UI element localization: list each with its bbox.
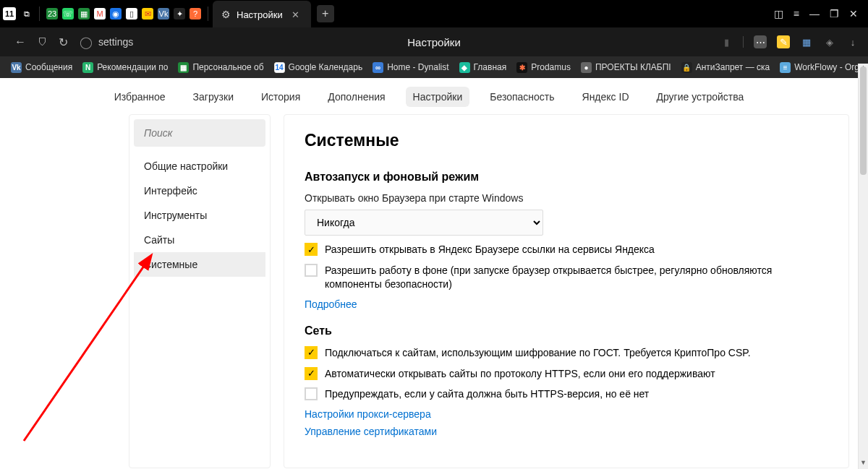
bookmark-item[interactable]: ◆Главная	[454, 62, 512, 73]
checkbox-label: Автоматически открывать сайты по протоко…	[325, 367, 715, 381]
checkbox-label: Предупреждать, если у сайта должна быть …	[325, 387, 649, 401]
translate-icon[interactable]: ⋯	[754, 35, 767, 48]
checkbox-row-https-warn[interactable]: Предупреждать, если у сайта должна быть …	[305, 387, 828, 401]
sidebar-item-interface[interactable]: Интерфейс	[134, 178, 265, 203]
bookmark-item[interactable]: 14Google Календарь	[269, 62, 368, 73]
separator	[208, 7, 208, 21]
startup-dropdown[interactable]: Никогда	[305, 210, 543, 236]
checkbox[interactable]: ✓	[305, 346, 318, 359]
settings-sidebar: Общие настройки Интерфейс Инструменты Са…	[129, 114, 271, 468]
bookmark-item[interactable]: 🔒АнтиЗапрет — ска	[676, 62, 775, 73]
checkbox[interactable]: ✓	[305, 367, 318, 380]
minimize-button[interactable]: —	[809, 8, 820, 20]
scroll-down-icon[interactable]: ▼	[859, 459, 868, 469]
tab-count-badge[interactable]: 11	[3, 7, 16, 20]
checkbox-row-background[interactable]: Разрешить работу в фоне (при запуске бра…	[305, 264, 828, 291]
close-icon[interactable]: ✕	[289, 9, 302, 20]
pinned-tab-whatsapp[interactable]: ☏	[62, 8, 74, 20]
settings-main: Общие настройки Интерфейс Инструменты Са…	[129, 114, 858, 468]
startup-sublabel: Открывать окно Браузера при старте Windo…	[305, 192, 828, 204]
certificates-link[interactable]: Управление сертификатами	[305, 426, 828, 437]
sidebar-item-tools[interactable]: Инструменты	[134, 203, 265, 228]
downloads-icon[interactable]: ↓	[846, 35, 859, 48]
checkbox-row-gost[interactable]: ✓ Подключаться к сайтам, использующим ши…	[305, 346, 828, 360]
checkbox-label: Подключаться к сайтам, использующим шифр…	[325, 346, 751, 360]
tab-yandex-id[interactable]: Яндекс ID	[575, 87, 637, 107]
learn-more-link[interactable]: Подробнее	[305, 298, 828, 310]
back-button[interactable]: ←	[9, 35, 32, 48]
panel-icon[interactable]: ◫	[774, 8, 783, 20]
pinned-tab-gmail[interactable]: M	[94, 8, 106, 20]
toolbar-right: ▮ ⋯ ✎ ▦ ◈ ↓	[720, 35, 859, 48]
tab-downloads[interactable]: Загрузки	[186, 87, 241, 107]
proxy-settings-link[interactable]: Настройки прокси-сервера	[305, 408, 828, 420]
pinned-tab-doc[interactable]: ▯	[126, 8, 137, 20]
pinned-tab-sheets[interactable]: ▦	[78, 8, 90, 20]
new-tab-button[interactable]: +	[317, 5, 334, 22]
close-button[interactable]: ✕	[849, 8, 858, 20]
bookmarks-bar: VkСообщения NРекомендации по ▦Персональн…	[0, 56, 868, 78]
tab-title: Настройки	[237, 9, 283, 20]
bookmark-icon[interactable]: ▮	[720, 35, 733, 48]
bookmark-item[interactable]: ≡WorkFlowy - Orga	[775, 62, 868, 73]
checkbox-row-https-auto[interactable]: ✓ Автоматически открывать сайты по прото…	[305, 367, 828, 381]
browser-tab-settings[interactable]: ⚙ Настройки ✕	[213, 1, 311, 28]
pinned-tab-blue[interactable]: ◉	[110, 8, 122, 20]
browser-toolbar: ← ⛉ ↻ ◯ settings Настройки ▮ ⋯ ✎ ▦ ◈ ↓	[0, 27, 868, 56]
tab-addons[interactable]: Дополнения	[320, 87, 392, 107]
tab-other-devices[interactable]: Другие устройства	[650, 87, 752, 107]
bookmark-item[interactable]: NРекомендации по	[77, 62, 173, 73]
window-controls: ◫ ≡ — ❐ ✕	[774, 8, 868, 20]
tab-security[interactable]: Безопасность	[482, 87, 561, 107]
ext-icon-2[interactable]: ▦	[800, 35, 813, 48]
tab-history[interactable]: История	[254, 87, 307, 107]
settings-pane: Системные Автозапуск и фоновый режим Отк…	[284, 114, 849, 468]
new-window-icon[interactable]: ⧉	[21, 8, 33, 20]
gear-icon: ⚙	[221, 9, 231, 20]
bookmark-item[interactable]: ●ПРОЕКТЫ КЛАБПI	[576, 62, 676, 73]
page-title: Настройки	[407, 36, 461, 48]
scrollbar-thumb[interactable]	[860, 66, 867, 175]
reload-button[interactable]: ↻	[53, 35, 74, 49]
sidebar-item-system[interactable]: Системные	[134, 252, 265, 277]
ext-icon-1[interactable]: ✎	[777, 35, 790, 48]
maximize-button[interactable]: ❐	[830, 8, 839, 20]
checkbox-label: Разрешить работу в фоне (при запуске бра…	[325, 264, 828, 291]
sidebar-item-sites[interactable]: Сайты	[134, 228, 265, 252]
pinned-tab-orange[interactable]: ?	[190, 8, 201, 20]
page-content: Избранное Загрузки История Дополнения На…	[0, 78, 858, 469]
checkbox[interactable]: ✓	[305, 243, 318, 256]
sidebar-item-general[interactable]: Общие настройки	[134, 154, 265, 178]
search-input[interactable]	[134, 119, 265, 147]
bookmark-item[interactable]: ✱Prodamus	[511, 62, 576, 73]
settings-top-tabs: Избранное Загрузки История Дополнения На…	[0, 78, 858, 114]
checkbox[interactable]	[305, 264, 318, 277]
section-title-startup: Автозапуск и фоновый режим	[305, 171, 828, 184]
bookmark-item[interactable]: ∞Home - Dynalist	[367, 62, 454, 73]
section-title-network: Сеть	[305, 324, 828, 337]
pinned-tab-star[interactable]: ✦	[174, 8, 185, 20]
bookmark-item[interactable]: ▦Персональное об	[173, 62, 268, 73]
pane-heading: Системные	[305, 131, 828, 150]
shield-icon[interactable]: ⛉	[32, 37, 53, 48]
vertical-scrollbar[interactable]: ▲ ▼	[858, 64, 868, 469]
tab-favorites[interactable]: Избранное	[107, 87, 173, 107]
checkbox-row-yandex-links[interactable]: ✓ Разрешить открывать в Яндекс Браузере …	[305, 243, 828, 257]
address-bar[interactable]: settings	[98, 36, 133, 48]
pinned-tab-vk[interactable]: Vk	[158, 8, 169, 20]
window-titlebar: 11 ⧉ 23 ☏ ▦ M ◉ ▯ ✉ Vk ✦ ? ⚙ Настройки ✕…	[0, 0, 868, 27]
pinned-tab-mail[interactable]: ✉	[142, 8, 153, 20]
checkbox-label: Разрешить открывать в Яндекс Браузере сс…	[325, 243, 655, 257]
site-icon[interactable]: ◯	[74, 35, 98, 49]
checkbox[interactable]	[305, 387, 318, 400]
pinned-tab-calendar[interactable]: 23	[46, 8, 58, 20]
tab-settings[interactable]: Настройки	[406, 87, 470, 107]
bookmark-item[interactable]: VkСообщения	[6, 62, 77, 73]
ext-icon-3[interactable]: ◈	[823, 35, 836, 48]
titlebar-left-group: 11 ⧉ 23 ☏ ▦ M ◉ ▯ ✉ Vk ✦ ? ⚙ Настройки ✕…	[0, 0, 334, 27]
separator	[39, 7, 40, 21]
menu-icon[interactable]: ≡	[793, 8, 799, 20]
separator	[743, 36, 744, 48]
